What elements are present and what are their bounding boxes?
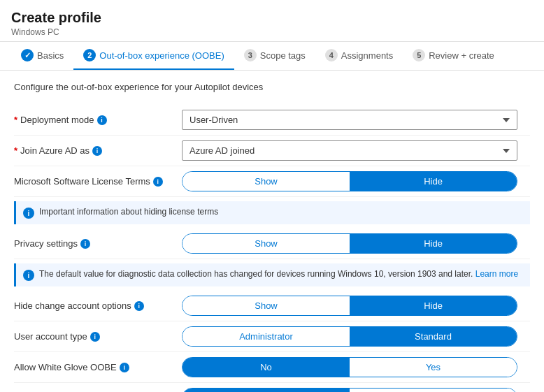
- allow-white-glove-row: Allow White Glove OOBE i No Yes: [14, 352, 530, 383]
- join-azure-select[interactable]: Azure AD joined Hybrid Azure AD joined: [182, 140, 517, 161]
- license-terms-row: Microsoft Software License Terms i Show …: [14, 166, 530, 197]
- tab-oobe[interactable]: 2 Out-of-box experience (OOBE): [73, 42, 234, 70]
- allow-white-glove-no-button[interactable]: No: [182, 358, 350, 377]
- apply-device-name-control: No Yes: [182, 388, 530, 392]
- tab-scope-num: 3: [244, 49, 257, 61]
- section-description: Configure the out-of-box experience for …: [14, 82, 530, 92]
- apply-device-name-row: Apply device name template i No Yes: [14, 383, 530, 392]
- privacy-settings-info-icon[interactable]: i: [80, 239, 90, 249]
- tab-oobe-num: 2: [83, 49, 96, 61]
- join-azure-row: * Join Azure AD as i Azure AD joined Hyb…: [14, 136, 530, 166]
- user-account-type-control: Administrator Standard: [182, 326, 530, 347]
- hide-account-options-info-icon[interactable]: i: [134, 301, 144, 311]
- hide-account-options-toggle: Show Hide: [182, 296, 517, 316]
- license-terms-control: Show Hide: [182, 171, 530, 191]
- user-account-type-label: User account type i: [14, 331, 182, 342]
- learn-more-link[interactable]: Learn more: [475, 269, 518, 279]
- diagnostic-banner-icon: i: [23, 270, 34, 281]
- allow-white-glove-label: Allow White Glove OOBE i: [14, 362, 182, 372]
- tab-basics-num: ✓: [21, 49, 34, 61]
- allow-white-glove-yes-button[interactable]: Yes: [350, 358, 517, 377]
- privacy-settings-hide-button[interactable]: Hide: [350, 234, 517, 253]
- tab-basics-label: Basics: [37, 50, 64, 61]
- deployment-mode-info-icon[interactable]: i: [97, 115, 107, 125]
- hide-account-options-hide-button[interactable]: Hide: [350, 296, 517, 315]
- tab-assignments[interactable]: 4 Assignments: [315, 42, 403, 70]
- apply-device-name-no-button[interactable]: No: [182, 389, 350, 392]
- deployment-mode-select[interactable]: User-Driven Self-Deploying: [182, 110, 517, 130]
- license-terms-info-icon[interactable]: i: [153, 177, 163, 187]
- license-terms-hide-button[interactable]: Hide: [350, 172, 517, 191]
- deployment-required-star: *: [14, 115, 17, 125]
- hide-account-options-row: Hide change account options i Show Hide: [14, 291, 530, 321]
- deployment-mode-label: * Deployment mode i: [14, 115, 182, 125]
- allow-white-glove-toggle: No Yes: [182, 357, 517, 377]
- user-account-type-admin-button[interactable]: Administrator: [182, 327, 350, 346]
- privacy-settings-toggle: Show Hide: [182, 233, 517, 254]
- page-title: Create profile: [11, 10, 533, 26]
- privacy-settings-control: Show Hide: [182, 233, 530, 254]
- license-terms-toggle: Show Hide: [182, 171, 517, 191]
- license-info-banner: i Important information about hiding lic…: [14, 201, 530, 224]
- apply-device-name-yes-button[interactable]: Yes: [350, 389, 517, 392]
- hide-account-options-control: Show Hide: [182, 296, 530, 316]
- diagnostic-banner: i The default value for diagnostic data …: [14, 263, 530, 286]
- license-banner-text: Important information about hiding licen…: [39, 207, 218, 217]
- deployment-mode-control: User-Driven Self-Deploying: [182, 110, 530, 130]
- user-account-type-row: User account type i Administrator Standa…: [14, 321, 530, 352]
- user-account-type-toggle: Administrator Standard: [182, 326, 517, 347]
- page-subtitle: Windows PC: [11, 27, 533, 37]
- privacy-settings-show-button[interactable]: Show: [182, 234, 350, 253]
- diagnostic-banner-text: The default value for diagnostic data co…: [39, 269, 518, 279]
- privacy-settings-label: Privacy settings i: [14, 238, 182, 249]
- hide-account-options-label: Hide change account options i: [14, 300, 182, 311]
- hide-account-options-show-button[interactable]: Show: [182, 296, 350, 315]
- license-terms-label: Microsoft Software License Terms i: [14, 176, 182, 187]
- license-terms-show-button[interactable]: Show: [182, 172, 350, 191]
- tab-basics[interactable]: ✓ Basics: [11, 42, 73, 70]
- tab-review-label: Review + create: [429, 50, 494, 61]
- user-account-type-standard-button[interactable]: Standard: [350, 327, 517, 346]
- license-banner-icon: i: [23, 208, 34, 219]
- allow-white-glove-info-icon[interactable]: i: [120, 363, 129, 372]
- deployment-mode-row: * Deployment mode i User-Driven Self-Dep…: [14, 105, 530, 136]
- join-azure-control: Azure AD joined Hybrid Azure AD joined: [182, 140, 530, 161]
- page-header: Create profile Windows PC: [0, 0, 544, 42]
- join-azure-required-star: *: [14, 145, 17, 156]
- tab-scope[interactable]: 3 Scope tags: [234, 42, 315, 70]
- allow-white-glove-control: No Yes: [182, 357, 530, 377]
- tab-review[interactable]: 5 Review + create: [403, 42, 504, 70]
- privacy-settings-row: Privacy settings i Show Hide: [14, 228, 530, 259]
- tab-scope-label: Scope tags: [260, 50, 306, 61]
- tab-assignments-num: 4: [325, 49, 338, 61]
- tabs-bar: ✓ Basics 2 Out-of-box experience (OOBE) …: [0, 42, 544, 71]
- content-area: Configure the out-of-box experience for …: [0, 71, 544, 392]
- join-azure-label: * Join Azure AD as i: [14, 145, 182, 156]
- tab-oobe-label: Out-of-box experience (OOBE): [99, 50, 224, 61]
- user-account-type-info-icon[interactable]: i: [90, 332, 100, 342]
- join-azure-info-icon[interactable]: i: [92, 146, 102, 156]
- apply-device-name-toggle: No Yes: [182, 388, 517, 392]
- tab-review-num: 5: [413, 49, 425, 61]
- tab-assignments-label: Assignments: [341, 50, 393, 61]
